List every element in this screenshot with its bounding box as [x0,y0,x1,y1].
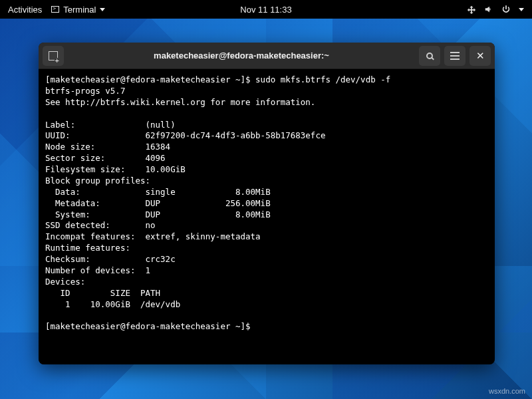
window-title: maketecheasier@fedora-maketecheasier:~ [68,51,415,61]
clock[interactable]: Nov 11 11:33 [240,5,291,15]
app-menu[interactable]: Terminal [51,5,105,15]
output-line: UUID: 62f97200-dc74-4df3-a6bb-58b17683ef… [45,130,325,140]
new-tab-icon [49,51,58,61]
output-line: Metadata: DUP 256.00MiB [45,198,271,208]
menu-button[interactable] [444,46,466,66]
window-titlebar[interactable]: maketecheasier@fedora-maketecheasier:~ ✕ [39,43,495,69]
output-line: Data: single 8.00MiB [45,187,271,197]
app-menu-label: Terminal [63,5,96,15]
terminal-output[interactable]: [maketecheasier@fedora-maketecheasier ~]… [39,69,495,364]
hamburger-icon [450,52,460,60]
watermark: wsxdn.com [489,387,525,395]
output-line: Runtime features: [45,243,130,253]
output-line: Incompat features: extref, skinny-metada… [45,231,261,241]
search-button[interactable] [419,46,440,66]
output-line: Filesystem size: 10.00GiB [45,164,186,174]
activities-button[interactable]: Activities [8,5,42,15]
output-line: System: DUP 8.00MiB [45,209,271,219]
prompt: [maketecheasier@fedora-maketecheasier ~]… [45,74,255,84]
network-icon[interactable] [467,5,476,14]
output-line: btrfs-progs v5.7 [45,86,125,96]
new-tab-button[interactable] [43,46,64,66]
output-line: Block group profiles: [45,176,150,186]
command-text: sudo mkfs.btrfs /dev/vdb -f [255,74,390,84]
chevron-down-icon[interactable] [519,8,524,11]
output-line: ID SIZE PATH [45,288,160,298]
terminal-icon [51,6,59,13]
output-line: Node size: 16384 [45,142,170,152]
prompt: [maketecheasier@fedora-maketecheasier ~]… [45,321,255,331]
chevron-down-icon [100,8,105,11]
output-line: Checksum: crc32c [45,254,176,264]
volume-icon[interactable] [484,5,493,14]
output-line: SSD detected: no [45,220,156,230]
output-line: Devices: [45,277,85,287]
close-button[interactable]: ✕ [469,46,491,66]
gnome-topbar: Activities Terminal Nov 11 11:33 [0,0,532,19]
terminal-window: maketecheasier@fedora-maketecheasier:~ ✕… [39,43,495,364]
output-line: Sector size: 4096 [45,153,166,163]
output-line: Number of devices: 1 [45,265,150,275]
output-line: 1 10.00GiB /dev/vdb [45,299,180,309]
search-icon [426,53,433,59]
power-icon[interactable] [501,5,511,14]
output-line: Label: (null) [45,120,176,130]
close-icon: ✕ [476,51,485,61]
output-line: See http://btrfs.wiki.kernel.org for mor… [45,97,315,107]
